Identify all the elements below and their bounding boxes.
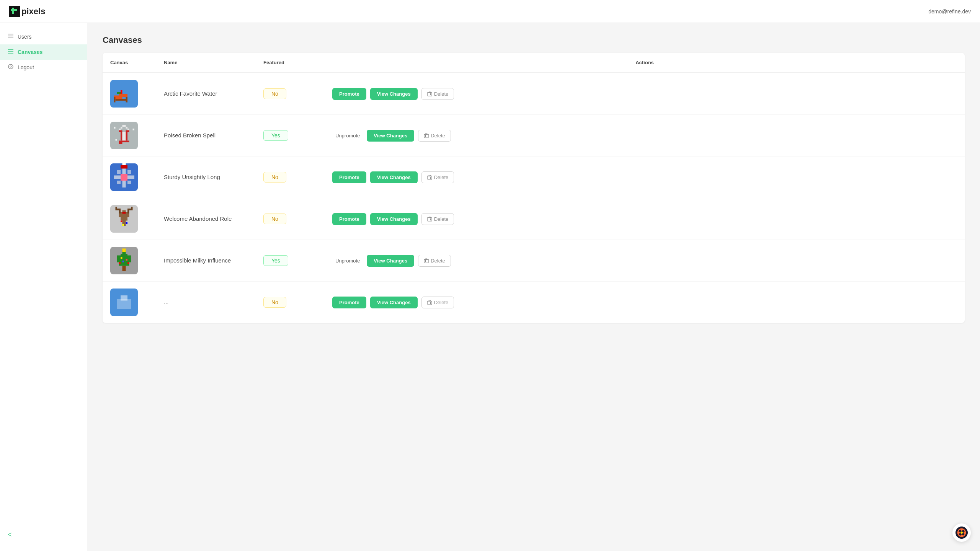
floater-button[interactable] [952,523,971,542]
featured-badge-3: No [263,172,286,183]
layout: Users Canvases [0,23,980,551]
canvas-thumb-cell-5 [103,240,156,282]
svg-point-117 [964,531,966,534]
svg-rect-21 [114,97,116,103]
promote-button-6[interactable]: Promote [332,297,366,308]
trash-icon [424,258,429,263]
svg-rect-1 [11,9,12,11]
canvas-name-5: Impossible Milky Influence [164,257,231,264]
svg-rect-84 [429,217,431,218]
canvas-thumb-cell-1 [103,73,156,115]
unpromote-button-2[interactable]: Unpromote [332,130,363,142]
sidebar-item-logout-label: Logout [18,64,34,70]
canvases-table: Canvas Name Featured Actions Arctic Favo… [103,53,965,323]
svg-rect-40 [126,132,128,141]
promote-button-4[interactable]: Promote [332,213,366,225]
col-header-name: Name [156,53,256,73]
canvas-name-cell-4: Welcome Abandoned Role [156,198,256,240]
promote-button-1[interactable]: Promote [332,88,366,100]
svg-rect-37 [126,130,129,132]
sidebar-item-canvases[interactable]: Canvases [0,44,87,60]
actions-cell-3: PromoteView ChangesDelete [325,156,965,198]
svg-rect-0 [9,6,20,17]
canvas-thumb-2 [110,122,138,149]
table-row: Welcome Abandoned RoleNoPromoteView Chan… [103,198,965,240]
canvas-name-cell-2: Poised Broken Spell [156,115,256,156]
canvas-name-4: Welcome Abandoned Role [164,215,232,222]
svg-rect-109 [429,300,431,301]
view-changes-button-3[interactable]: View Changes [370,171,418,183]
svg-rect-73 [116,207,118,210]
svg-rect-23 [117,92,121,94]
featured-badge-2: Yes [263,130,288,141]
svg-rect-7 [15,9,17,11]
canvas-thumb-5 [110,247,138,274]
delete-button-6[interactable]: Delete [421,297,454,308]
actions-cell-4: PromoteView ChangesDelete [325,198,965,240]
col-header-actions: Actions [325,53,965,73]
svg-rect-48 [425,134,427,134]
svg-rect-6 [14,9,15,11]
sidebar-item-users[interactable]: Users [0,29,87,44]
delete-button-2[interactable]: Delete [418,130,451,142]
svg-rect-56 [117,181,121,184]
table-row: Poised Broken SpellYesUnpromoteView Chan… [103,115,965,156]
view-changes-button-2[interactable]: View Changes [367,130,414,142]
svg-rect-88 [122,266,126,271]
svg-rect-19 [122,94,128,97]
canvas-thumb-3 [110,163,138,191]
actions-group-3: PromoteView ChangesDelete [332,171,957,183]
view-changes-button-5[interactable]: View Changes [367,255,414,267]
svg-rect-79 [121,221,122,223]
actions-group-6: PromoteView ChangesDelete [332,297,957,308]
canvas-thumb-cell-6 [103,282,156,323]
svg-rect-63 [429,175,431,176]
unpromote-button-5[interactable]: Unpromote [332,255,363,267]
users-icon [8,33,14,41]
actions-cell-1: PromoteView ChangesDelete [325,73,965,115]
canvas-thumb-6 [110,289,138,316]
canvas-name-1: Arctic Favorite Water [164,90,217,97]
delete-button-3[interactable]: Delete [421,171,454,183]
sidebar-collapse-button[interactable]: < [0,525,87,545]
page-title: Canvases [103,35,965,45]
svg-rect-41 [119,141,129,143]
svg-rect-44 [133,129,135,130]
view-changes-button-1[interactable]: View Changes [370,88,418,100]
svg-rect-106 [121,295,127,301]
featured-cell-4: No [256,198,325,240]
floater-icon [955,526,969,540]
svg-rect-60 [122,163,126,165]
main-content: Canvases Canvas Name Featured Actions [87,23,980,551]
view-changes-button-4[interactable]: View Changes [370,213,418,225]
canvas-thumb-4 [110,205,138,233]
delete-button-1[interactable]: Delete [421,88,454,100]
featured-badge-6: No [263,297,286,308]
svg-rect-20 [116,99,128,101]
svg-rect-99 [424,259,428,263]
delete-button-4[interactable]: Delete [421,213,454,225]
actions-group-1: PromoteView ChangesDelete [332,88,957,100]
promote-button-3[interactable]: Promote [332,171,366,183]
sidebar-item-users-label: Users [18,34,32,40]
svg-rect-95 [127,262,129,264]
svg-point-14 [8,64,13,69]
actions-cell-6: PromoteView ChangesDelete [325,282,965,323]
svg-rect-38 [121,132,122,141]
featured-cell-3: No [256,156,325,198]
delete-button-5[interactable]: Delete [418,255,451,267]
svg-point-116 [957,531,960,534]
trash-icon [427,175,432,180]
svg-rect-58 [121,174,127,181]
actions-group-2: UnpromoteView ChangesDelete [332,130,957,142]
view-changes-button-6[interactable]: View Changes [370,297,418,308]
canvas-thumb-cell-3 [103,156,156,198]
trash-icon [427,217,432,222]
actions-group-5: UnpromoteView ChangesDelete [332,255,957,267]
sidebar-item-logout[interactable]: Logout [0,60,87,75]
svg-rect-96 [121,257,122,259]
svg-rect-35 [127,129,129,130]
svg-rect-61 [428,176,432,179]
svg-rect-55 [127,170,131,174]
svg-rect-98 [122,261,124,262]
